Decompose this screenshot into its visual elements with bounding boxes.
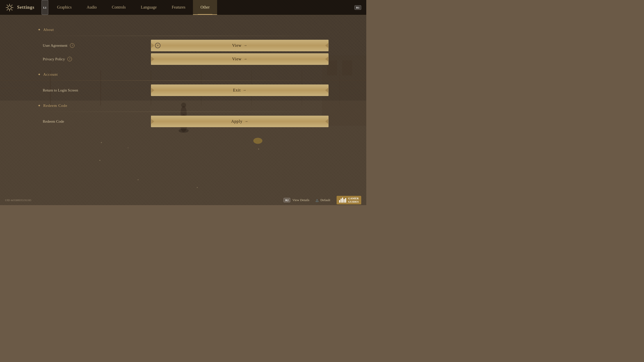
bottom-bar: UID 443388935191185 R2 View Details △ De… xyxy=(0,195,366,205)
x-circle-icon: ✕ xyxy=(155,43,160,48)
section-account-header: ✦ Account xyxy=(38,72,329,77)
tab-features[interactable]: Features xyxy=(164,0,193,15)
apply-arrow-icon: → xyxy=(245,119,248,123)
return-login-exit-button[interactable]: Exit → xyxy=(151,84,329,96)
row-return-login: Return to Login Screen Exit → xyxy=(38,84,329,96)
view-details-action[interactable]: R2 View Details xyxy=(284,198,309,202)
user-agreement-label: User Agreement ? xyxy=(38,40,151,51)
default-action[interactable]: △ Default xyxy=(316,198,330,202)
gg-bar-1 xyxy=(339,200,340,203)
tab-language[interactable]: Language xyxy=(133,0,164,15)
tab-controls[interactable]: Controls xyxy=(104,0,133,15)
privacy-policy-view-button[interactable]: View → xyxy=(151,53,329,65)
section-arrow-about: ✦ xyxy=(38,28,41,32)
r1-badge: R1 xyxy=(354,5,361,10)
privacy-policy-label: Privacy Policy ? xyxy=(38,54,151,64)
section-divider-about xyxy=(38,36,329,36)
section-divider-redeem xyxy=(38,112,329,112)
triangle-icon: △ xyxy=(316,198,318,202)
section-divider-account xyxy=(38,80,329,81)
nav-right: R1 xyxy=(349,0,366,15)
uid-text: UID 443388935191185 xyxy=(5,199,31,202)
gamer-guides-text: GAMER GUIDES xyxy=(348,197,359,203)
tab-graphics[interactable]: Graphics xyxy=(50,0,79,15)
l1-badge: L1 xyxy=(42,0,48,15)
view-arrow-icon: → xyxy=(244,43,247,48)
return-login-label: Return to Login Screen xyxy=(38,85,151,96)
gamer-guides-logo: GAMER GUIDES xyxy=(337,196,361,204)
gg-bar-3 xyxy=(342,198,343,203)
settings-title-area: Settings xyxy=(0,0,40,15)
nav-bar: Settings L1 Graphics Audio Controls Lang… xyxy=(0,0,366,15)
section-about-header: ✦ About xyxy=(38,28,329,32)
privacy-policy-help-icon[interactable]: ? xyxy=(67,57,72,61)
section-arrow-redeem: ✦ xyxy=(38,104,41,108)
default-label: Default xyxy=(320,198,330,202)
gg-bars-icon xyxy=(339,198,346,203)
section-redeem-header: ✦ Redeem Code xyxy=(38,104,329,108)
redeem-code-apply-button[interactable]: Apply → xyxy=(151,116,329,127)
section-title-about: About xyxy=(43,28,54,32)
svg-point-25 xyxy=(8,6,11,9)
r2-badge: R2 xyxy=(284,198,290,202)
nav-tabs: Graphics Audio Controls Language Feature… xyxy=(50,0,349,15)
section-arrow-account: ✦ xyxy=(38,72,41,77)
bottom-right-actions: R2 View Details △ Default GAMER GUIDES xyxy=(284,196,361,204)
section-title-redeem: Redeem Code xyxy=(43,104,67,108)
settings-label: Settings xyxy=(17,5,34,10)
gg-bar-5 xyxy=(345,198,346,203)
redeem-code-label: Redeem Code xyxy=(38,116,151,127)
row-redeem-code: Redeem Code Apply → xyxy=(38,116,329,127)
user-agreement-help-icon[interactable]: ? xyxy=(70,43,74,48)
gear-icon xyxy=(5,3,14,12)
content-area: ✦ About User Agreement ? ✕ View → Privac… xyxy=(0,15,366,205)
row-user-agreement: User Agreement ? ✕ View → xyxy=(38,40,329,51)
exit-arrow-icon: → xyxy=(243,88,247,92)
user-agreement-view-button[interactable]: ✕ View → xyxy=(151,40,329,51)
row-privacy-policy: Privacy Policy ? View → xyxy=(38,53,329,65)
view-details-label: View Details xyxy=(292,198,309,202)
tab-other[interactable]: Other xyxy=(193,0,217,15)
gg-bar-2 xyxy=(341,199,342,203)
gg-bar-4 xyxy=(344,199,345,203)
section-title-account: Account xyxy=(43,72,58,77)
tab-audio[interactable]: Audio xyxy=(79,0,104,15)
privacy-view-arrow-icon: → xyxy=(244,57,247,61)
